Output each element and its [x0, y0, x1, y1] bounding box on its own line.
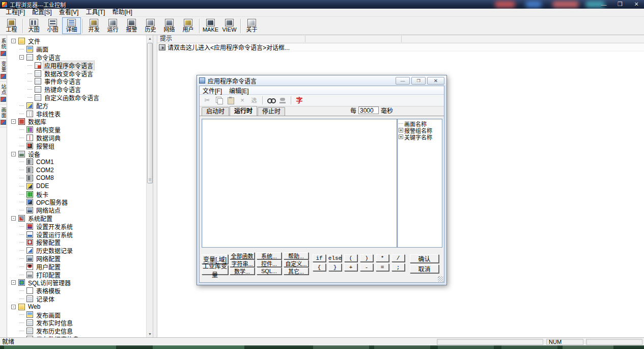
function-button-数学...[interactable]: 数学... [230, 267, 255, 275]
toolbar-button-开发[interactable]: 开发 [85, 17, 103, 34]
dialog-menu-item-1[interactable]: 编辑[E] [229, 86, 249, 95]
tree-item-DDE[interactable]: DDE [7, 182, 153, 190]
menu-item-2[interactable]: 查看[V] [55, 9, 82, 16]
cancel-button[interactable]: 取消 [410, 264, 439, 273]
tree-expand-icon[interactable]: + [399, 128, 403, 132]
tree-item-自定义函数命令语言[interactable]: 自定义函数命令语言 [7, 94, 153, 102]
function-button-帮助...[interactable]: 帮助... [284, 252, 309, 259]
tree-item-记录体[interactable]: 记录体 [7, 295, 153, 303]
column-separator[interactable] [305, 36, 305, 42]
tree-item-系统配置[interactable]: -系统配置 [7, 214, 153, 223]
operator-button-/[interactable]: / [391, 254, 405, 262]
vertical-tab-变量[interactable]: 变量 [0, 61, 7, 82]
tree-item-网络站点[interactable]: 网络站点 [7, 206, 153, 214]
toolbar-button-详细[interactable]: 详细 [62, 17, 81, 34]
side-tree-item-关键字名称[interactable]: +关键字名称 [399, 133, 442, 140]
tree-item-SQL访问管理器[interactable]: -SQL访问管理器 [7, 279, 153, 287]
dialog-titlebar[interactable]: 应用程序命令语言 [197, 75, 446, 86]
dialog-close-icon[interactable] [427, 77, 444, 85]
function-button-其它...[interactable]: 其它... [284, 267, 309, 275]
tree-item-画面[interactable]: 画面 [7, 45, 153, 53]
tree-expand-icon[interactable]: - [11, 152, 16, 156]
menu-item-0[interactable]: 工程[F] [2, 9, 29, 16]
column-separator[interactable] [401, 36, 402, 42]
function-button-全部函数[interactable]: 全部函数 [230, 252, 255, 259]
script-editor[interactable] [202, 119, 397, 248]
tree-item-报警组[interactable]: 报警组 [7, 142, 153, 150]
restore-icon[interactable]: ❒ [615, 1, 625, 8]
tree-item-打印配置[interactable]: 打印配置 [7, 271, 153, 279]
dialog-menu-item-0[interactable]: 文件[F] [203, 86, 222, 95]
toolbar-button-MAKE[interactable]: MAKE [201, 17, 220, 34]
tree-item-发布实时信息[interactable]: 发布实时信息 [7, 319, 153, 327]
operator-button-*[interactable]: * [376, 254, 389, 262]
operator-button-=[interactable]: = [376, 263, 389, 271]
scroll-up-icon[interactable]: ▲ [147, 35, 153, 42]
tree-item-事件命令语言[interactable]: 事件命令语言 [7, 77, 153, 86]
vertical-tab-画面[interactable]: 画面 [0, 107, 7, 127]
toolbar-button-报警[interactable]: 报警 [122, 17, 141, 34]
tree-item-数据词典[interactable]: 数据词典 [7, 134, 153, 142]
tree-item-OPC服务器[interactable]: OPC服务器 [7, 198, 153, 206]
dialog-minimize-icon[interactable] [396, 77, 410, 85]
toolbar-button-小图[interactable]: 小图 [43, 17, 62, 34]
tree-item-用户配置[interactable]: 用户配置 [7, 262, 153, 271]
operator-button-}[interactable]: } [328, 263, 342, 271]
hint-row[interactable]: 请双击这儿进入<应用程序命令语言>对话框... [157, 43, 644, 51]
resize-grip-icon[interactable] [438, 276, 443, 282]
interval-input[interactable] [358, 106, 379, 114]
tree-expand-icon[interactable]: - [11, 119, 16, 124]
operator-button-;[interactable]: ; [391, 263, 405, 271]
toolbar-button-运行[interactable]: 运行 [103, 17, 122, 34]
tree-item-设置开发系统[interactable]: 设置开发系统 [7, 222, 153, 230]
tree-item-发布画面[interactable]: 发布画面 [7, 311, 153, 319]
toolbar-button-历史[interactable]: 历史 [141, 17, 160, 34]
tree-item-COM1[interactable]: COM1 [7, 158, 153, 166]
tree-expand-icon[interactable]: - [11, 216, 16, 221]
find-icon[interactable] [267, 97, 274, 104]
tree-item-文件[interactable]: -文件 [7, 37, 153, 45]
dialog-maximize-icon[interactable] [411, 77, 426, 85]
tree-expand-icon[interactable]: - [11, 280, 16, 285]
tree-item-设备[interactable]: -设备 [7, 150, 153, 158]
tree-item-数据改变命令语言[interactable]: 数据改变命令语言 [7, 69, 153, 77]
function-button-SQL...[interactable]: SQL... [257, 267, 282, 275]
operator-button--[interactable]: - [360, 263, 373, 271]
tree-expand-icon[interactable]: - [11, 39, 16, 43]
toolbar-button-用户[interactable]: 用户 [179, 17, 198, 34]
tree-item-配方[interactable]: 配方 [7, 101, 153, 110]
toolbar-button-VIEW[interactable]: VIEW [220, 17, 239, 34]
close-icon[interactable]: ✕ [632, 1, 641, 8]
tree-item-COM2[interactable]: COM2 [7, 166, 153, 174]
menu-item-1[interactable]: 配置[S] [29, 9, 55, 16]
scroll-down-icon[interactable]: ▼ [147, 331, 153, 337]
operator-button-{[interactable]: { [313, 263, 326, 271]
tree-item-网络配置[interactable]: 网络配置 [7, 255, 153, 263]
tree-expand-icon[interactable]: - [19, 55, 24, 60]
tree-item-数据库[interactable]: -数据库 [7, 118, 153, 126]
operator-button-if[interactable]: if [313, 254, 326, 262]
operator-button-([interactable]: ( [344, 254, 357, 262]
tree-item-报警配置[interactable]: 报警配置 [7, 238, 153, 247]
dialog-tab-启动时[interactable]: 启动时 [202, 107, 229, 116]
button-工业库变量[interactable]: 工业库变量 [202, 265, 228, 275]
tree-expand-icon[interactable]: + [399, 135, 403, 139]
tree-item-命令语言[interactable]: -命令语言 [7, 53, 153, 62]
operator-button-)[interactable]: ) [360, 254, 373, 262]
tree-expand-icon[interactable]: - [11, 305, 16, 309]
scrollbar-thumb[interactable] [147, 43, 153, 183]
tree-item-COM8[interactable]: COM8 [7, 174, 153, 182]
tree-item-表格模板[interactable]: 表格模板 [7, 287, 153, 295]
tree-item-热键命令语言[interactable]: 热键命令语言 [7, 86, 153, 94]
operator-button-+[interactable]: + [344, 263, 357, 271]
function-button-字符串...[interactable]: 字符串... [230, 260, 255, 267]
tree-item-发布历史信息[interactable]: 发布历史信息 [7, 327, 153, 335]
confirm-button[interactable]: 确认 [410, 254, 439, 263]
dialog-tab-停止时[interactable]: 停止时 [258, 107, 285, 116]
tree-item-结构变量[interactable]: 结构变量 [7, 126, 153, 134]
font-icon[interactable]: 字 [296, 97, 303, 104]
hint-column-header[interactable]: 提示 [157, 35, 644, 43]
function-button-系统...[interactable]: 系统... [257, 252, 282, 259]
tree-item-应用程序命令语言[interactable]: 应用程序命令语言 [7, 61, 153, 69]
tree-item-非线性表[interactable]: 非线性表 [7, 110, 153, 118]
